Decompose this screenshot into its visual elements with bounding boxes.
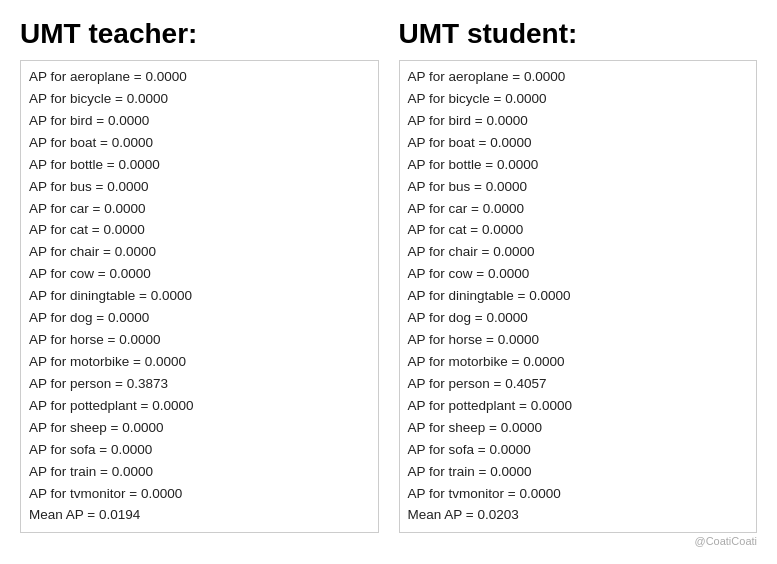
student-ap-item: AP for tvmonitor = 0.0000 <box>408 484 749 505</box>
teacher-ap-item: AP for chair = 0.0000 <box>29 242 370 263</box>
teacher-ap-item: AP for cat = 0.0000 <box>29 220 370 241</box>
teacher-ap-item: Mean AP = 0.0194 <box>29 505 370 526</box>
student-ap-item: AP for aeroplane = 0.0000 <box>408 67 749 88</box>
teacher-ap-item: AP for bicycle = 0.0000 <box>29 89 370 110</box>
student-ap-item: AP for bottle = 0.0000 <box>408 155 749 176</box>
student-ap-item: AP for bicycle = 0.0000 <box>408 89 749 110</box>
student-ap-item: AP for chair = 0.0000 <box>408 242 749 263</box>
student-ap-item: AP for train = 0.0000 <box>408 462 749 483</box>
teacher-ap-list: AP for aeroplane = 0.0000AP for bicycle … <box>20 60 379 533</box>
student-ap-item: Mean AP = 0.0203 <box>408 505 749 526</box>
student-panel: UMT student: AP for aeroplane = 0.0000AP… <box>389 10 768 554</box>
teacher-ap-item: AP for person = 0.3873 <box>29 374 370 395</box>
teacher-ap-item: AP for aeroplane = 0.0000 <box>29 67 370 88</box>
teacher-ap-item: AP for bus = 0.0000 <box>29 177 370 198</box>
student-ap-item: AP for dog = 0.0000 <box>408 308 749 329</box>
student-ap-item: AP for horse = 0.0000 <box>408 330 749 351</box>
student-ap-item: AP for cat = 0.0000 <box>408 220 749 241</box>
student-ap-item: AP for boat = 0.0000 <box>408 133 749 154</box>
teacher-ap-item: AP for train = 0.0000 <box>29 462 370 483</box>
student-ap-item: AP for car = 0.0000 <box>408 199 749 220</box>
teacher-ap-item: AP for sofa = 0.0000 <box>29 440 370 461</box>
teacher-ap-item: AP for bottle = 0.0000 <box>29 155 370 176</box>
teacher-ap-item: AP for dog = 0.0000 <box>29 308 370 329</box>
teacher-ap-item: AP for diningtable = 0.0000 <box>29 286 370 307</box>
student-ap-item: AP for person = 0.4057 <box>408 374 749 395</box>
student-ap-list: AP for aeroplane = 0.0000AP for bicycle … <box>399 60 758 533</box>
teacher-ap-item: AP for sheep = 0.0000 <box>29 418 370 439</box>
student-ap-item: AP for cow = 0.0000 <box>408 264 749 285</box>
student-ap-item: AP for sheep = 0.0000 <box>408 418 749 439</box>
teacher-ap-item: AP for horse = 0.0000 <box>29 330 370 351</box>
teacher-ap-item: AP for cow = 0.0000 <box>29 264 370 285</box>
student-ap-item: AP for pottedplant = 0.0000 <box>408 396 749 417</box>
watermark: @CoatiCoati <box>399 535 758 547</box>
teacher-panel: UMT teacher: AP for aeroplane = 0.0000AP… <box>10 10 389 554</box>
student-ap-item: AP for bus = 0.0000 <box>408 177 749 198</box>
student-ap-item: AP for sofa = 0.0000 <box>408 440 749 461</box>
teacher-ap-item: AP for tvmonitor = 0.0000 <box>29 484 370 505</box>
teacher-title: UMT teacher: <box>20 18 379 50</box>
teacher-ap-item: AP for car = 0.0000 <box>29 199 370 220</box>
teacher-ap-item: AP for motorbike = 0.0000 <box>29 352 370 373</box>
student-ap-item: AP for diningtable = 0.0000 <box>408 286 749 307</box>
student-title: UMT student: <box>399 18 758 50</box>
teacher-ap-item: AP for pottedplant = 0.0000 <box>29 396 370 417</box>
student-ap-item: AP for bird = 0.0000 <box>408 111 749 132</box>
teacher-ap-item: AP for bird = 0.0000 <box>29 111 370 132</box>
teacher-ap-item: AP for boat = 0.0000 <box>29 133 370 154</box>
student-ap-item: AP for motorbike = 0.0000 <box>408 352 749 373</box>
